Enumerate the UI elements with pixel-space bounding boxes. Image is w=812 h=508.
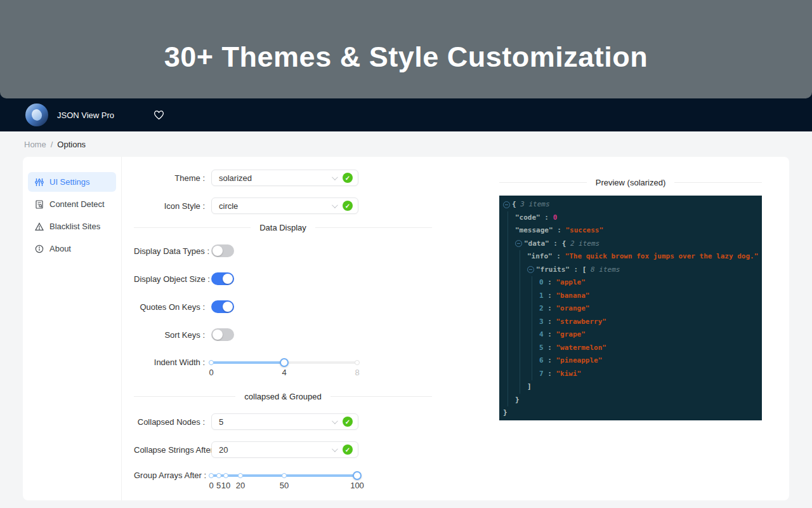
- icon-style-select[interactable]: circle ✓: [211, 197, 358, 214]
- code-line: 2 : "orange": [502, 302, 759, 316]
- quotes-on-keys-toggle[interactable]: [211, 300, 234, 313]
- code-lines: { 3 items"code" : 0"message" : "success"…: [502, 198, 759, 420]
- slider-mark-label: 8: [355, 368, 359, 377]
- slider-handle[interactable]: [280, 358, 289, 367]
- code-segment-punct: [: [582, 264, 591, 277]
- code-segment-str: "pineapple": [556, 354, 603, 368]
- code-line: 6 : "pineapple": [502, 354, 759, 368]
- code-segment-key: "fruits": [536, 264, 570, 277]
- breadcrumb-home-link[interactable]: Home: [24, 140, 46, 149]
- code-segment-items: 2 items: [570, 237, 599, 251]
- group-arrays-after-slider[interactable]: 05102050100: [211, 469, 357, 491]
- code-segment-colon: :: [544, 368, 556, 381]
- collapse-minus-icon[interactable]: [515, 240, 522, 247]
- preview-title: Preview (solarized): [596, 178, 666, 187]
- code-segment-colon: :: [544, 290, 556, 303]
- breadcrumb-current: Options: [57, 140, 86, 149]
- check-circle-icon: ✓: [343, 444, 353, 455]
- quotes-on-keys-label: Quotes On Keys: [134, 302, 205, 312]
- chevron-down-icon: [332, 418, 338, 424]
- section-title: Data Display: [259, 223, 306, 232]
- display-object-size-toggle[interactable]: [211, 272, 234, 285]
- display-data-types-label: Display Data Types: [134, 246, 205, 256]
- code-line: 3 : "strawberry": [502, 316, 759, 329]
- code-segment-str: "The quick brown fox jumps over the lazy…: [565, 250, 759, 264]
- code-line: "message" : "success": [502, 224, 759, 237]
- code-line: "code" : 0: [502, 211, 759, 225]
- divider-line: [134, 396, 235, 397]
- code-segment-str: "kiwi": [556, 368, 582, 381]
- slider-mark-dot: [355, 360, 360, 365]
- chevron-down-icon: [332, 202, 338, 208]
- slider-mark-label: 0: [209, 368, 213, 377]
- indent-width-row: Indent Width 048: [134, 356, 432, 378]
- preview-divider: Preview (solarized): [499, 178, 762, 187]
- slider-mark-dot: [209, 473, 214, 478]
- code-segment-items: 3 items: [520, 198, 549, 211]
- sidebar-item-ui-settings[interactable]: UI Settings: [28, 172, 116, 192]
- group-arrays-after-label: Group Arrays After: [134, 471, 205, 480]
- display-data-types-toggle[interactable]: [211, 244, 234, 257]
- slider-mark-label: 5: [216, 481, 221, 490]
- code-segment-key: "code": [515, 211, 540, 225]
- code-segment-idx: 3: [539, 316, 544, 329]
- slider-mark-label: 0: [209, 481, 213, 490]
- indent-guide: [520, 250, 520, 394]
- indent-guide: [508, 211, 508, 406]
- code-segment-colon: :: [544, 328, 556, 342]
- slider-mark-dot: [282, 473, 287, 478]
- code-segment-punct: {: [512, 198, 520, 211]
- collapsed-nodes-select[interactable]: 5 ✓: [211, 413, 358, 430]
- code-segment-str: "banana": [556, 290, 590, 303]
- code-segment-idx: 7: [539, 368, 544, 381]
- indent-guide: [532, 276, 532, 380]
- app-logo: [25, 104, 48, 126]
- sliders-icon: [34, 177, 44, 187]
- code-segment-idx: 5: [539, 342, 544, 355]
- code-segment-punct: }: [503, 406, 508, 420]
- sidebar-item-label: Content Detect: [49, 199, 105, 209]
- code-line: 5 : "watermelon": [502, 342, 759, 355]
- theme-select[interactable]: solarized ✓: [211, 170, 358, 186]
- sidebar-item-label: Blacklist Sites: [49, 222, 100, 231]
- sort-keys-toggle[interactable]: [211, 328, 234, 341]
- code-segment-colon: :: [544, 342, 556, 355]
- sidebar-item-blacklist-sites[interactable]: Blacklist Sites: [28, 217, 116, 236]
- slider-mark-label: 20: [236, 481, 245, 490]
- sort-keys-row: Sort Keys: [134, 328, 432, 341]
- icon-style-value: circle: [219, 201, 332, 211]
- code-segment-colon: :: [544, 316, 556, 329]
- section-divider-data-display: Data Display: [134, 223, 432, 232]
- code-line: }: [502, 406, 759, 420]
- collapse-minus-icon[interactable]: [503, 201, 510, 208]
- info-circle-icon: [34, 244, 44, 253]
- heart-icon[interactable]: [154, 110, 164, 120]
- code-segment-punct: {: [562, 237, 570, 251]
- indent-width-slider[interactable]: 048: [211, 356, 357, 378]
- sidebar-item-content-detect[interactable]: Content Detect: [28, 194, 116, 214]
- slider-mark-dot: [238, 473, 243, 478]
- section-divider-collapsed-grouped: collapsed & Grouped: [134, 392, 432, 401]
- options-card: UI Settings Content Detect Blacklist Sit…: [23, 157, 789, 500]
- code-segment-key: "data": [524, 237, 549, 251]
- code-segment-str: "strawberry": [556, 316, 606, 329]
- slider-handle[interactable]: [353, 471, 362, 480]
- code-segment-idx: 4: [539, 328, 544, 342]
- code-line: 4 : "grape": [502, 328, 759, 342]
- json-preview-panel: { 3 items"code" : 0"message" : "success"…: [499, 196, 762, 420]
- slider-mark-label: 10: [221, 481, 230, 490]
- collapsed-nodes-label: Collapsed Nodes: [134, 417, 205, 427]
- theme-row: Theme solarized ✓: [134, 170, 432, 186]
- collapsed-nodes-row: Collapsed Nodes 5 ✓: [134, 413, 432, 430]
- app-name: JSON View Pro: [57, 110, 114, 120]
- sidebar-item-about[interactable]: About: [28, 239, 116, 258]
- code-line: }: [502, 394, 759, 407]
- display-data-types-row: Display Data Types: [134, 244, 432, 257]
- check-circle-icon: ✓: [343, 173, 353, 183]
- code-line: ]: [502, 380, 759, 394]
- code-segment-key: "message": [515, 224, 553, 237]
- code-segment-str: "success": [565, 224, 603, 237]
- divider-line: [315, 227, 432, 228]
- collapse-strings-after-select[interactable]: 20 ✓: [211, 441, 358, 458]
- collapse-minus-icon[interactable]: [527, 266, 534, 273]
